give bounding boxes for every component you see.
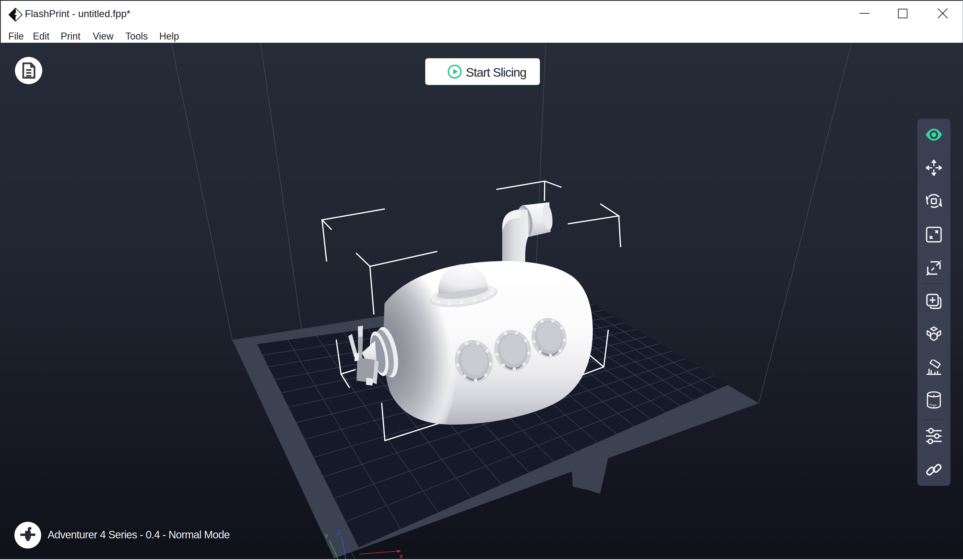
svg-text:X: X	[399, 554, 403, 560]
svg-text:Y: Y	[325, 533, 329, 539]
svg-text:Z: Z	[337, 529, 341, 536]
